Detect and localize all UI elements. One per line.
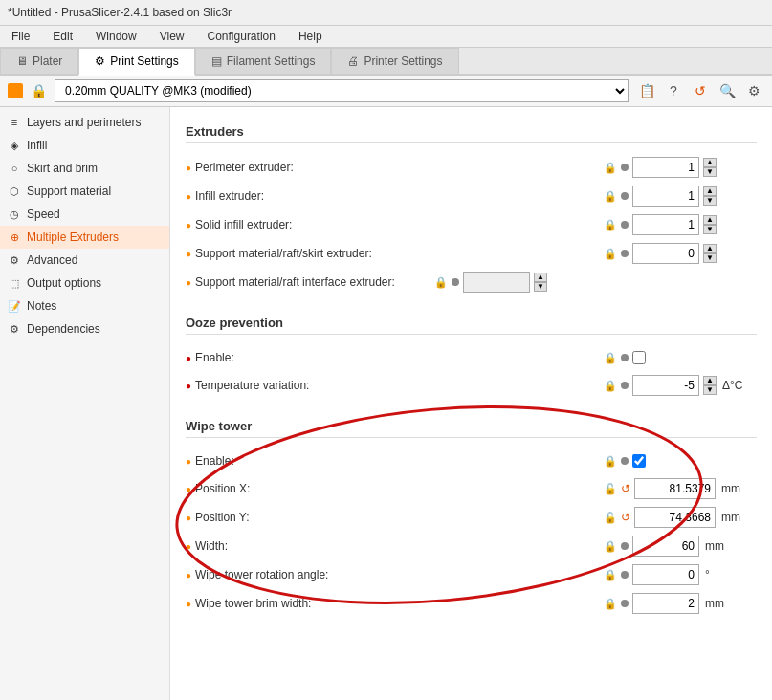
perimeter-extruder-label: Perimeter extruder:	[186, 161, 604, 174]
ooze-enable-row: Enable: 🔒	[186, 344, 757, 371]
position-y-reset-icon[interactable]: ↺	[621, 511, 630, 524]
search-button[interactable]: 🔍	[717, 80, 738, 101]
menu-window[interactable]: Window	[92, 28, 141, 45]
profile-dropdown[interactable]: 0.20mm QUALITY @MK3 (modified)	[55, 79, 629, 102]
infill-spin-down[interactable]: ▼	[703, 196, 717, 206]
sidebar-item-dependencies[interactable]: ⚙ Dependencies	[0, 317, 169, 340]
wipe-tower-enable-lock-icon[interactable]: 🔒	[604, 455, 617, 468]
infill-extruder-controls: 🔒 ▲ ▼	[604, 186, 757, 207]
support-dot	[621, 250, 629, 257]
solid-infill-spinner[interactable]: ▲ ▼	[703, 215, 717, 234]
solid-infill-spin-down[interactable]: ▼	[703, 225, 717, 234]
help-button[interactable]: ?	[663, 80, 684, 101]
support-interface-dot	[452, 278, 459, 286]
sidebar-item-layers-and-perimeters[interactable]: ≡ Layers and perimeters	[0, 111, 169, 134]
skirt-icon: ○	[8, 162, 21, 175]
tab-bar: 🖥 Plater ⚙ Print Settings ▤ Filament Set…	[0, 48, 772, 76]
wipe-tower-width-lock-icon[interactable]: 🔒	[604, 540, 617, 553]
infill-spinner[interactable]: ▲ ▼	[703, 186, 717, 206]
perimeter-spin-up[interactable]: ▲	[703, 158, 717, 167]
temp-variation-row: Temperature variation: 🔒 ▲ ▼ Δ°C	[186, 371, 757, 400]
position-x-input[interactable]	[634, 478, 716, 499]
wipe-tower-enable-checkbox[interactable]	[632, 454, 646, 468]
support-interface-extruder-input[interactable]	[463, 272, 530, 293]
temp-dot	[621, 382, 629, 389]
perimeter-lock-icon[interactable]: 🔒	[604, 162, 617, 174]
position-y-input[interactable]	[634, 507, 716, 528]
sidebar-item-notes[interactable]: 📝 Notes	[0, 295, 169, 317]
temp-spin-up[interactable]: ▲	[703, 376, 717, 385]
position-y-controls: 🔓 ↺ mm	[604, 507, 757, 528]
solid-infill-spin-up[interactable]: ▲	[703, 215, 717, 225]
sidebar-label-speed: Speed	[27, 208, 60, 221]
wipe-tower-brim-lock-icon[interactable]: 🔒	[604, 598, 617, 610]
sidebar-label-output: Output options	[27, 276, 101, 290]
solid-infill-lock-icon[interactable]: 🔒	[604, 219, 617, 231]
infill-lock-icon[interactable]: 🔒	[604, 190, 617, 203]
wipe-tower-width-input[interactable]	[632, 536, 699, 557]
position-y-row: Position Y: 🔓 ↺ mm	[186, 503, 757, 532]
sidebar-item-support-material[interactable]: ⬡ Support material	[0, 180, 169, 203]
support-lock-icon[interactable]: 🔒	[604, 248, 617, 260]
main-layout: ≡ Layers and perimeters ◈ Infill ○ Skirt…	[0, 107, 772, 700]
support-interface-spinner[interactable]: ▲ ▼	[534, 273, 547, 292]
save-profile-button[interactable]: 📋	[636, 80, 657, 101]
support-interface-lock-icon[interactable]: 🔒	[434, 276, 448, 289]
ooze-enable-lock-icon[interactable]: 🔒	[604, 352, 617, 364]
temp-lock-icon[interactable]: 🔒	[604, 380, 617, 392]
menu-configuration[interactable]: Configuration	[204, 28, 279, 45]
menu-edit[interactable]: Edit	[49, 28, 77, 45]
sidebar-item-speed[interactable]: ◷ Speed	[0, 203, 169, 226]
wipe-tower-enable-controls: 🔒	[604, 454, 757, 468]
support-spin-up[interactable]: ▲	[703, 244, 717, 253]
sidebar-item-skirt-and-brim[interactable]: ○ Skirt and brim	[0, 157, 169, 180]
extruders-header: Extruders	[186, 124, 757, 143]
temp-spinner[interactable]: ▲ ▼	[703, 376, 717, 395]
menu-file[interactable]: File	[8, 28, 33, 45]
support-extruder-input[interactable]	[632, 243, 699, 264]
infill-extruder-input[interactable]	[632, 186, 699, 207]
position-x-lock-icon[interactable]: 🔓	[604, 483, 617, 495]
sidebar-item-infill[interactable]: ◈ Infill	[0, 134, 169, 157]
tab-print-settings[interactable]: ⚙ Print Settings	[78, 48, 194, 76]
ooze-enable-checkbox[interactable]	[632, 351, 646, 364]
support-interface-spin-down[interactable]: ▼	[534, 282, 547, 292]
notes-icon: 📝	[8, 299, 21, 313]
menu-bar: File Edit Window View Configuration Help	[0, 26, 772, 48]
solid-infill-extruder-input[interactable]	[632, 214, 699, 235]
menu-view[interactable]: View	[156, 28, 188, 45]
perimeter-spin-down[interactable]: ▼	[703, 167, 717, 177]
position-x-reset-icon[interactable]: ↺	[621, 482, 630, 495]
tab-print-settings-label: Print Settings	[110, 55, 178, 68]
tab-printer-settings[interactable]: 🖨 Printer Settings	[331, 48, 458, 74]
wipe-tower-brim-input[interactable]	[632, 593, 699, 614]
sidebar-label-advanced: Advanced	[27, 253, 77, 267]
support-spinner[interactable]: ▲ ▼	[703, 244, 717, 263]
perimeter-extruder-input[interactable]	[632, 157, 699, 178]
wipe-tower-rotation-input[interactable]	[632, 564, 699, 585]
wipe-tower-rotation-lock-icon[interactable]: 🔒	[604, 569, 617, 581]
sidebar-item-multiple-extruders[interactable]: ⊕ Multiple Extruders	[0, 226, 169, 249]
wipe-tower-brim-dot	[621, 600, 629, 607]
support-spin-down[interactable]: ▼	[703, 253, 717, 263]
undo-button[interactable]: ↺	[690, 80, 711, 101]
support-extruder-controls: 🔒 ▲ ▼	[604, 243, 757, 264]
settings-button[interactable]: ⚙	[743, 80, 764, 101]
support-extruder-row: Support material/raft/skirt extruder: 🔒 …	[186, 239, 757, 268]
support-interface-spin-up[interactable]: ▲	[534, 273, 547, 282]
ooze-prevention-header: Ooze prevention	[186, 316, 757, 335]
wipe-tower-width-dot	[621, 542, 629, 550]
sidebar-item-output-options[interactable]: ⬚ Output options	[0, 272, 169, 295]
perimeter-spinner[interactable]: ▲ ▼	[703, 158, 717, 177]
temp-spin-down[interactable]: ▼	[703, 385, 717, 395]
menu-help[interactable]: Help	[295, 28, 326, 45]
tab-filament-settings[interactable]: ▤ Filament Settings	[195, 48, 332, 74]
temp-variation-input[interactable]	[632, 375, 699, 396]
support-interface-extruder-row: Support material/raft interface extruder…	[186, 268, 757, 296]
solid-infill-extruder-row: Solid infill extruder: 🔒 ▲ ▼	[186, 210, 757, 239]
perimeter-extruder-controls: 🔒 ▲ ▼	[604, 157, 757, 178]
infill-spin-up[interactable]: ▲	[703, 186, 717, 196]
sidebar-item-advanced[interactable]: ⚙ Advanced	[0, 249, 169, 272]
position-y-lock-icon[interactable]: 🔓	[604, 512, 617, 524]
tab-plater[interactable]: 🖥 Plater	[0, 48, 78, 74]
